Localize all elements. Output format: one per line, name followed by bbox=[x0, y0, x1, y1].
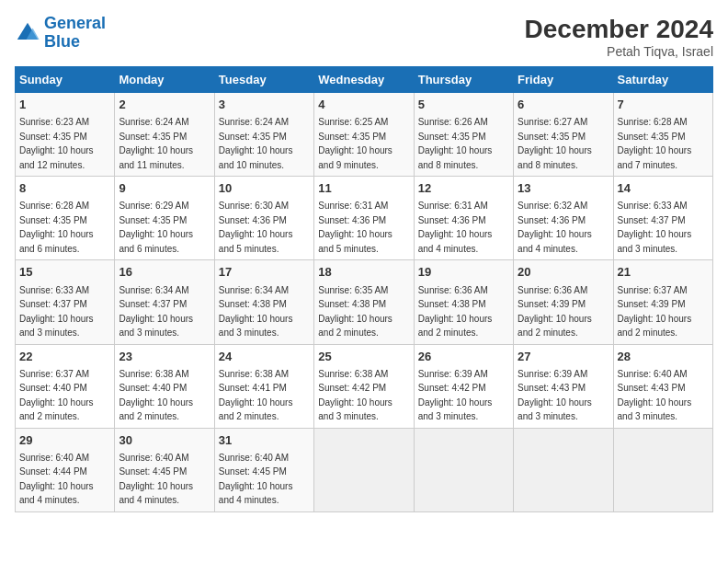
calendar-row: 15 Sunrise: 6:33 AMSunset: 4:37 PMDaylig… bbox=[16, 260, 713, 344]
day-number: 28 bbox=[618, 349, 709, 365]
day-info: Sunrise: 6:32 AMSunset: 4:36 PMDaylight:… bbox=[518, 201, 592, 254]
day-info: Sunrise: 6:30 AMSunset: 4:36 PMDaylight:… bbox=[219, 201, 293, 254]
day-number: 31 bbox=[219, 432, 310, 449]
day-number: 4 bbox=[318, 97, 409, 113]
day-number: 30 bbox=[119, 432, 210, 449]
day-info: Sunrise: 6:28 AMSunset: 4:35 PMDaylight:… bbox=[618, 117, 692, 170]
day-number: 3 bbox=[219, 97, 310, 113]
day-number: 24 bbox=[219, 349, 310, 365]
day-info: Sunrise: 6:34 AMSunset: 4:38 PMDaylight:… bbox=[219, 285, 293, 339]
col-tuesday: Tuesday bbox=[214, 67, 313, 93]
day-number: 23 bbox=[119, 349, 210, 365]
page-header: General Blue December 2024 Petah Tiqva, … bbox=[15, 15, 713, 59]
day-info: Sunrise: 6:34 AMSunset: 4:37 PMDaylight:… bbox=[119, 285, 193, 339]
table-row: 13 Sunrise: 6:32 AMSunset: 4:36 PMDaylig… bbox=[514, 177, 613, 260]
table-row: 29 Sunrise: 6:40 AMSunset: 4:44 PMDaylig… bbox=[16, 428, 115, 511]
table-row: 4 Sunrise: 6:25 AMSunset: 4:35 PMDayligh… bbox=[314, 93, 414, 177]
day-number: 7 bbox=[618, 97, 709, 113]
table-row: 17 Sunrise: 6:34 AMSunset: 4:38 PMDaylig… bbox=[214, 260, 313, 344]
day-info: Sunrise: 6:38 AMSunset: 4:42 PMDaylight:… bbox=[318, 369, 392, 422]
table-row bbox=[314, 428, 414, 511]
day-number: 22 bbox=[19, 349, 110, 365]
month-title: December 2024 bbox=[525, 15, 713, 44]
calendar-row: 1 Sunrise: 6:23 AMSunset: 4:35 PMDayligh… bbox=[16, 93, 713, 177]
day-number: 16 bbox=[119, 264, 210, 281]
day-number: 26 bbox=[418, 349, 509, 365]
table-row: 5 Sunrise: 6:26 AMSunset: 4:35 PMDayligh… bbox=[414, 93, 513, 177]
day-info: Sunrise: 6:28 AMSunset: 4:35 PMDaylight:… bbox=[19, 201, 94, 254]
day-number: 10 bbox=[219, 180, 310, 197]
day-number: 17 bbox=[219, 264, 310, 281]
day-number: 18 bbox=[318, 264, 409, 281]
day-number: 15 bbox=[19, 264, 110, 281]
day-info: Sunrise: 6:25 AMSunset: 4:35 PMDaylight:… bbox=[318, 117, 392, 170]
col-sunday: Sunday bbox=[16, 67, 115, 93]
day-info: Sunrise: 6:29 AMSunset: 4:35 PMDaylight:… bbox=[119, 201, 193, 254]
day-info: Sunrise: 6:33 AMSunset: 4:37 PMDaylight:… bbox=[19, 285, 94, 339]
day-info: Sunrise: 6:37 AMSunset: 4:40 PMDaylight:… bbox=[19, 369, 94, 422]
table-row: 21 Sunrise: 6:37 AMSunset: 4:39 PMDaylig… bbox=[613, 260, 712, 344]
day-info: Sunrise: 6:35 AMSunset: 4:38 PMDaylight:… bbox=[318, 285, 392, 339]
table-row: 18 Sunrise: 6:35 AMSunset: 4:38 PMDaylig… bbox=[314, 260, 414, 344]
day-number: 25 bbox=[318, 349, 409, 365]
table-row: 23 Sunrise: 6:38 AMSunset: 4:40 PMDaylig… bbox=[115, 344, 214, 428]
day-info: Sunrise: 6:23 AMSunset: 4:35 PMDaylight:… bbox=[19, 117, 94, 170]
day-info: Sunrise: 6:33 AMSunset: 4:37 PMDaylight:… bbox=[618, 201, 692, 254]
calendar-row: 8 Sunrise: 6:28 AMSunset: 4:35 PMDayligh… bbox=[16, 177, 713, 260]
day-info: Sunrise: 6:27 AMSunset: 4:35 PMDaylight:… bbox=[518, 117, 592, 170]
day-info: Sunrise: 6:24 AMSunset: 4:35 PMDaylight:… bbox=[219, 117, 293, 170]
day-info: Sunrise: 6:40 AMSunset: 4:44 PMDaylight:… bbox=[19, 453, 94, 506]
table-row: 26 Sunrise: 6:39 AMSunset: 4:42 PMDaylig… bbox=[414, 344, 513, 428]
table-row: 7 Sunrise: 6:28 AMSunset: 4:35 PMDayligh… bbox=[613, 93, 712, 177]
calendar-row: 22 Sunrise: 6:37 AMSunset: 4:40 PMDaylig… bbox=[16, 344, 713, 428]
table-row bbox=[414, 428, 513, 511]
day-number: 6 bbox=[518, 97, 609, 113]
day-info: Sunrise: 6:39 AMSunset: 4:43 PMDaylight:… bbox=[518, 369, 592, 422]
day-info: Sunrise: 6:26 AMSunset: 4:35 PMDaylight:… bbox=[418, 117, 493, 170]
title-block: December 2024 Petah Tiqva, Israel bbox=[525, 15, 713, 59]
logo-blue: Blue bbox=[44, 32, 80, 51]
table-row: 30 Sunrise: 6:40 AMSunset: 4:45 PMDaylig… bbox=[115, 428, 214, 511]
day-info: Sunrise: 6:40 AMSunset: 4:45 PMDaylight:… bbox=[219, 453, 293, 506]
day-info: Sunrise: 6:24 AMSunset: 4:35 PMDaylight:… bbox=[119, 117, 193, 170]
col-saturday: Saturday bbox=[613, 67, 712, 93]
table-row: 2 Sunrise: 6:24 AMSunset: 4:35 PMDayligh… bbox=[115, 93, 214, 177]
logo-text: General Blue bbox=[44, 15, 106, 52]
day-number: 8 bbox=[19, 180, 110, 197]
table-row: 15 Sunrise: 6:33 AMSunset: 4:37 PMDaylig… bbox=[16, 260, 115, 344]
day-number: 5 bbox=[418, 97, 509, 113]
table-row bbox=[613, 428, 712, 511]
table-row: 24 Sunrise: 6:38 AMSunset: 4:41 PMDaylig… bbox=[214, 344, 313, 428]
table-row: 6 Sunrise: 6:27 AMSunset: 4:35 PMDayligh… bbox=[514, 93, 613, 177]
calendar-table: Sunday Monday Tuesday Wednesday Thursday… bbox=[15, 66, 713, 512]
day-number: 27 bbox=[518, 349, 609, 365]
day-info: Sunrise: 6:31 AMSunset: 4:36 PMDaylight:… bbox=[318, 201, 392, 254]
calendar-row: 29 Sunrise: 6:40 AMSunset: 4:44 PMDaylig… bbox=[16, 428, 713, 511]
col-monday: Monday bbox=[115, 67, 214, 93]
table-row: 9 Sunrise: 6:29 AMSunset: 4:35 PMDayligh… bbox=[115, 177, 214, 260]
table-row: 16 Sunrise: 6:34 AMSunset: 4:37 PMDaylig… bbox=[115, 260, 214, 344]
day-number: 19 bbox=[418, 264, 509, 281]
table-row: 22 Sunrise: 6:37 AMSunset: 4:40 PMDaylig… bbox=[16, 344, 115, 428]
table-row: 10 Sunrise: 6:30 AMSunset: 4:36 PMDaylig… bbox=[214, 177, 313, 260]
table-row: 28 Sunrise: 6:40 AMSunset: 4:43 PMDaylig… bbox=[613, 344, 712, 428]
day-info: Sunrise: 6:39 AMSunset: 4:42 PMDaylight:… bbox=[418, 369, 493, 422]
day-info: Sunrise: 6:37 AMSunset: 4:39 PMDaylight:… bbox=[618, 285, 692, 339]
day-info: Sunrise: 6:36 AMSunset: 4:38 PMDaylight:… bbox=[418, 285, 493, 339]
day-info: Sunrise: 6:36 AMSunset: 4:39 PMDaylight:… bbox=[518, 285, 592, 339]
day-number: 11 bbox=[318, 180, 409, 197]
day-info: Sunrise: 6:38 AMSunset: 4:41 PMDaylight:… bbox=[219, 369, 293, 422]
day-number: 9 bbox=[119, 180, 210, 197]
day-number: 2 bbox=[119, 97, 210, 113]
logo-general: General bbox=[44, 14, 106, 32]
day-number: 1 bbox=[19, 97, 110, 113]
day-info: Sunrise: 6:38 AMSunset: 4:40 PMDaylight:… bbox=[119, 369, 193, 422]
table-row: 14 Sunrise: 6:33 AMSunset: 4:37 PMDaylig… bbox=[613, 177, 712, 260]
day-info: Sunrise: 6:40 AMSunset: 4:45 PMDaylight:… bbox=[119, 453, 193, 506]
day-number: 20 bbox=[518, 264, 609, 281]
day-number: 29 bbox=[19, 432, 110, 449]
table-row: 31 Sunrise: 6:40 AMSunset: 4:45 PMDaylig… bbox=[214, 428, 313, 511]
table-row: 20 Sunrise: 6:36 AMSunset: 4:39 PMDaylig… bbox=[514, 260, 613, 344]
day-number: 14 bbox=[618, 180, 709, 197]
day-number: 13 bbox=[518, 180, 609, 197]
